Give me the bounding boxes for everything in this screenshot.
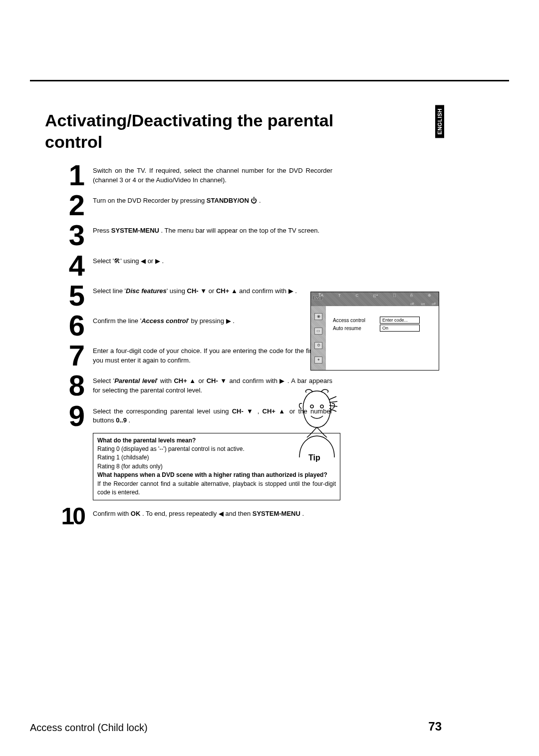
text: . To end, press repeatedly ◀ and then [140, 510, 252, 517]
button-ref: 0..9 [116, 416, 127, 424]
text: Select line ' [93, 287, 126, 295]
step-text: Press SYSTEM-MENU . The menu bar will ap… [93, 222, 319, 236]
step-text: Enter a four-digit code of your choice. … [93, 343, 332, 366]
step-number: 9 [45, 403, 93, 429]
step-8: 8 Select 'Parental level' with CH+ ▲ or … [45, 373, 494, 398]
osd-icon: C [355, 293, 358, 298]
step-number: 8 [45, 373, 93, 398]
footer-page-number: 73 [428, 720, 442, 734]
tip-label: Tip [308, 453, 320, 462]
settings-icon: ⚙ [314, 342, 322, 349]
text: ' using [167, 287, 187, 295]
osd-icon: ((∘ [373, 293, 378, 298]
step-number: 10 [45, 505, 93, 527]
button-ref: CH- [232, 407, 244, 415]
text: Select ' [93, 377, 114, 384]
tip-line: Rating 8 (for adults only) [97, 462, 336, 471]
button-ref: STANDBY/ON [207, 197, 249, 204]
step-text: Select '🛠' using ◀ or ▶ . [93, 253, 164, 266]
step-4: 4 Select '🛠' using ◀ or ▶ . [45, 253, 494, 279]
osd-illustration: DVD ṪA T C ((∘ ⎕ ⎙ ⊕ off on off ◉ ▭ ⚙ ✦ [310, 292, 439, 371]
step-text: Select line 'Disc features' using CH- ▼ … [93, 283, 297, 296]
text: Select the corresponding parental level … [93, 407, 232, 415]
text: . [127, 416, 130, 424]
step-number: 6 [45, 313, 93, 339]
text: ' by pressing ▶ . [188, 317, 234, 325]
button-ref: CH- [187, 287, 199, 295]
osd-icon: ⊕ [428, 293, 431, 298]
text: Confirm the line ' [93, 317, 141, 325]
osd-sidebar: ◉ ▭ ⚙ ✦ [311, 306, 326, 370]
wrench-icon: 🛠 [114, 257, 120, 265]
step-text: Confirm with OK . To end, press repeated… [93, 505, 304, 519]
top-rule [30, 80, 509, 81]
svg-point-1 [320, 405, 323, 408]
button-ref: OK [131, 510, 141, 517]
text: ▲ and confirm with ▶ . [229, 287, 297, 295]
osd-row-label: Access control [333, 318, 380, 323]
text: Press [93, 227, 111, 234]
osd-icon: ⎙ [410, 293, 413, 298]
osd-row-value: Enter code... [380, 317, 420, 324]
osd-row: Access control Enter code... [333, 316, 434, 324]
button-ref: CH- [207, 377, 218, 384]
osd-top-icons: ṪA T C ((∘ ⎕ ⎙ ⊕ [311, 293, 439, 298]
button-ref: SYSTEM-MENU [253, 510, 300, 517]
osd-row: Auto resume On [333, 324, 434, 332]
text: . [300, 510, 304, 517]
page-title: Activating/Deactivating the parental con… [45, 110, 394, 152]
tip-question: What happens when a DVD scene with a hig… [97, 471, 336, 479]
text: Select ' [93, 257, 114, 265]
step-text: Turn on the DVD Recorder by pressing STA… [93, 192, 261, 206]
menu-ref: Parental level [114, 377, 157, 384]
text: Turn on the DVD Recorder by pressing [93, 197, 207, 204]
osd-row-label: Auto resume [333, 326, 380, 331]
step-10: 10 Confirm with OK . To end, press repea… [45, 505, 494, 527]
osd-label: off [432, 302, 436, 306]
step-3: 3 Press SYSTEM-MENU . The menu bar will … [45, 222, 494, 248]
step-number: 7 [45, 343, 93, 369]
text: ' with [157, 377, 174, 384]
button-ref: SYSTEM-MENU [111, 227, 159, 234]
power-icon: ⏻ . [249, 197, 261, 204]
language-tab: ENGLISH [435, 105, 444, 138]
osd-topbar: DVD ṪA T C ((∘ ⎕ ⎙ ⊕ off on off [311, 292, 439, 306]
step-number: 5 [45, 283, 93, 309]
osd-main: Access control Enter code... Auto resume… [326, 306, 439, 370]
button-ref: CH+ [216, 287, 229, 295]
osd-icon: T [338, 293, 341, 298]
osd-label: on [421, 302, 425, 306]
osd-label: off [410, 302, 414, 306]
osd-icon: ⎕ [393, 293, 396, 298]
step-number: 4 [45, 253, 93, 279]
footer-section-title: Access control (Child lock) [30, 722, 148, 734]
button-ref: CH+ [263, 407, 275, 415]
tip-line: If the Recorder cannot find a suitable a… [97, 480, 336, 497]
misc-icon: ✦ [314, 357, 322, 364]
text: . The menu bar will appear on the top of… [159, 227, 319, 234]
step-2: 2 Turn on the DVD Recorder by pressing S… [45, 192, 494, 218]
svg-point-0 [310, 405, 313, 408]
text: ▼ , [244, 407, 263, 415]
step-9: 9 Select the corresponding parental leve… [45, 403, 494, 429]
step-text: Confirm the line 'Access control' by pre… [93, 313, 235, 326]
tip-face-icon [294, 388, 339, 458]
step-number: 1 [45, 162, 93, 188]
osd-row-value: On [380, 325, 420, 332]
osd-body: ◉ ▭ ⚙ ✦ Access control Enter code... Aut… [311, 306, 439, 370]
text: Confirm with [93, 510, 131, 517]
disc-icon: ◉ [314, 313, 322, 320]
button-ref: CH+ [174, 377, 187, 384]
osd-icon: ṪA [318, 293, 323, 298]
video-icon: ▭ [314, 328, 322, 335]
step-number: 3 [45, 222, 93, 248]
step-number: 2 [45, 192, 93, 218]
menu-ref: Access control [141, 317, 188, 325]
osd-top-labels: off on off [410, 302, 436, 306]
text: ▲ or [187, 377, 207, 384]
text: ' using ◀ or ▶ . [120, 257, 164, 265]
text: ▼ or [199, 287, 216, 295]
step-1: 1 Switch on the TV. If required, select … [45, 162, 494, 188]
menu-ref: Disc features [126, 287, 167, 295]
step-text: Switch on the TV. If required, select th… [93, 162, 332, 185]
